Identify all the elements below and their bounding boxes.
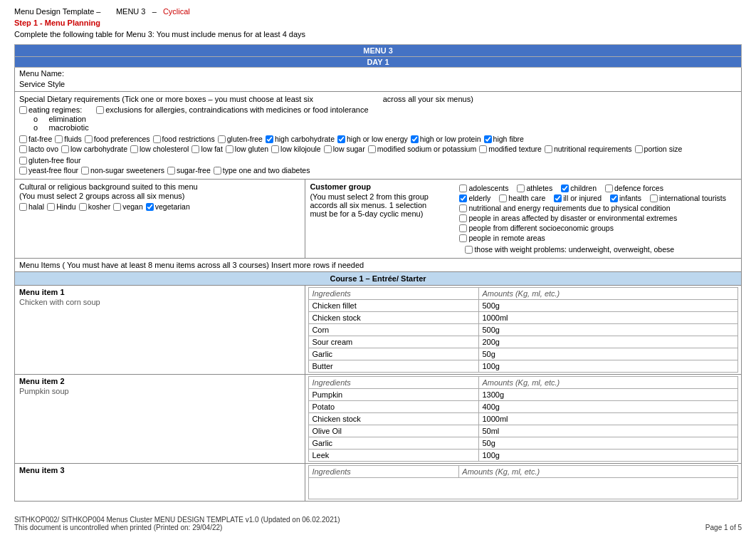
header-line: Menu Design Template – MENU 3 – Cyclical: [14, 7, 742, 16]
cb-low-carbohydrate[interactable]: low carbohydrate: [61, 145, 127, 153]
cb-socioeconomic[interactable]: people from different socioeconomic grou…: [459, 224, 614, 232]
customer-checkboxes-cell: adolescents athletes children: [459, 182, 737, 255]
list-item: Potato400g: [309, 401, 738, 413]
cb-yeast-free[interactable]: yeast-free flour: [19, 166, 78, 175]
cb-fluids[interactable]: fluids: [55, 135, 82, 143]
cb-remote[interactable]: people in remote areas: [459, 234, 545, 242]
cb-ill-injured[interactable]: ill or injured: [554, 194, 602, 202]
list-item: Pumpkin1300g: [309, 389, 738, 401]
dietary-title: Special Dietary requirements (Tick one o…: [19, 95, 737, 103]
menu-item3-label: Menu item 3: [19, 466, 300, 474]
cb-elderly[interactable]: elderly: [459, 194, 490, 202]
cb-hindu[interactable]: Hindu: [47, 202, 75, 211]
menu-item1-name: Chicken with corn soup: [19, 298, 300, 306]
cb-low-sugar[interactable]: low sugar: [324, 145, 365, 153]
cb-high-fibre[interactable]: high fibre: [484, 135, 524, 143]
cb-modified-sodium[interactable]: modified sodium or potassium: [368, 145, 476, 153]
service-style-label: Service Style: [19, 80, 65, 88]
cb-food-preferences[interactable]: food preferences: [85, 135, 150, 143]
list-item: Sour cream200g: [309, 336, 738, 348]
header-type: Cyclical: [163, 7, 190, 16]
menu-item3-ingredients-cell: Ingredients Amounts (Kg, ml, etc.): [305, 464, 742, 502]
customer-row5: people from different socioeconomic grou…: [459, 224, 737, 232]
item3-ingredients-table: Ingredients Amounts (Kg, ml, etc.): [308, 465, 738, 499]
menu-item1-ingredients-cell: Ingredients Amounts (Kg, ml, etc.) Chick…: [305, 286, 742, 375]
macrobiotic-row: o macrobiotic: [33, 123, 737, 132]
menu-item2-name: Pumpkin soup: [19, 387, 300, 395]
list-item: Chicken stock1000ml: [309, 413, 738, 425]
customer-title: Customer group: [310, 182, 455, 191]
list-item: Garlic50g: [309, 437, 738, 450]
dietary-checkboxes-row2: lacto ovo low carbohydrate low cholester…: [19, 145, 737, 165]
cb-vegan[interactable]: vegan: [113, 202, 143, 211]
item3-ing-header: Ingredients: [309, 466, 459, 478]
cb-halal[interactable]: halal: [19, 202, 44, 211]
course-header: Course 1 – Entrée/ Starter: [330, 274, 426, 283]
menu-item1-label-cell: Menu item 1 Chicken with corn soup: [15, 286, 305, 375]
day-header-cell: DAY 1: [15, 57, 742, 68]
dietary-checkboxes-row1: fat-free fluids food preferences food re…: [19, 135, 737, 143]
cb-high-low-energy[interactable]: high or low energy: [337, 135, 408, 143]
cb-fat-free[interactable]: fat-free: [19, 135, 52, 143]
customer-subtitle2: must be for a 5-day cyclic menu): [310, 209, 455, 218]
cb-high-carbohydrate[interactable]: high carbohydrate: [266, 135, 335, 143]
customer-group-labels: Customer group (You must select 2 from t…: [310, 182, 459, 255]
customer-group-section: Customer group (You must select 2 from t…: [305, 180, 742, 259]
item2-amt-header: Amounts (Kg, ml, etc.): [479, 377, 738, 389]
item1-ing-header: Ingredients: [309, 288, 479, 300]
exclusions-checkbox[interactable]: exclusions for allergies, contraindicati…: [96, 105, 368, 114]
cb-children[interactable]: children: [561, 184, 597, 192]
cb-weight-problems[interactable]: those with weight problems: underweight,…: [465, 245, 674, 254]
item3-amt-header: Amounts (Kg, ml, etc.): [459, 466, 738, 478]
cb-low-gluten[interactable]: low gluten: [226, 145, 268, 153]
menu-name-label: Menu Name:: [19, 69, 64, 78]
menu-title: MENU 3: [363, 46, 393, 55]
service-style-row: Service Style: [15, 79, 742, 92]
cb-sugar-free[interactable]: sugar-free: [167, 166, 211, 175]
cb-nutritional-physical[interactable]: nutritional and energy requirements due …: [459, 204, 670, 212]
cb-international-tourists[interactable]: international tourists: [650, 194, 726, 202]
cb-non-sugar[interactable]: non-sugar sweeteners: [81, 166, 164, 175]
cb-gluten-free-flour[interactable]: gluten-free flour: [19, 156, 81, 165]
menu-item3-label-cell: Menu item 3: [15, 464, 305, 502]
cb-modified-texture[interactable]: modified texture: [479, 145, 542, 153]
customer-row3: nutritional and energy requirements due …: [459, 204, 737, 212]
menu-item1-label: Menu item 1: [19, 288, 300, 296]
cb-vegetarian[interactable]: vegetarian: [146, 202, 190, 211]
eating-regimes-checkbox[interactable]: eating regimes:: [19, 105, 82, 114]
cb-defence-forces[interactable]: defence forces: [605, 184, 663, 192]
cb-adolescents[interactable]: adolescents: [459, 184, 508, 192]
list-item: Corn500g: [309, 324, 738, 336]
customer-row4: people in areas affected by disaster or …: [459, 214, 737, 222]
cb-low-fat[interactable]: low fat: [191, 145, 222, 153]
cb-infants[interactable]: infants: [610, 194, 641, 202]
footer-line2: This document is uncontrolled when print…: [14, 524, 340, 531]
eating-regimes-cb[interactable]: [19, 106, 27, 114]
menu-title-cell: MENU 3: [15, 45, 742, 57]
cb-food-restrictions[interactable]: food restrictions: [153, 135, 215, 143]
cb-type-diabetes[interactable]: type one and two diabetes: [214, 166, 310, 175]
customer-row2: elderly health care ill or injured: [459, 194, 737, 202]
cb-kosher[interactable]: kosher: [79, 202, 111, 211]
cb-low-cholesterol[interactable]: low cholesterol: [130, 145, 189, 153]
cb-health-care[interactable]: health care: [499, 194, 545, 202]
elimination-row: o elimination: [33, 115, 737, 123]
footer-right: Page 1 of 5: [705, 524, 742, 531]
footer-left: SITHKOP002/ SITHKOP004 Menus Cluster MEN…: [14, 516, 340, 531]
list-item: Butter100g: [309, 360, 738, 373]
cultural-subtitle: (You must select 2 groups across all six…: [19, 192, 300, 200]
cb-high-low-protein[interactable]: high or low protein: [411, 135, 481, 143]
cb-gluten-free[interactable]: gluten-free: [218, 135, 263, 143]
menu-items-header-row: Menu Items ( You must have at least 8 me…: [15, 259, 742, 272]
customer-group-table: Customer group (You must select 2 from t…: [310, 182, 737, 255]
exclusions-cb[interactable]: [96, 106, 104, 114]
cb-low-kilojoule[interactable]: low kilojoule: [271, 145, 321, 153]
cb-athletes[interactable]: athletes: [517, 184, 552, 192]
cb-lacto-ovo[interactable]: lacto ovo: [19, 145, 58, 153]
customer-row1: adolescents athletes children: [459, 184, 737, 192]
cultural-section: Cultural or religious background suited …: [15, 180, 305, 259]
cb-nutritional[interactable]: nutritional requirements: [545, 145, 632, 153]
cb-disaster[interactable]: people in areas affected by disaster or …: [459, 214, 677, 222]
cb-portion-size[interactable]: portion size: [635, 145, 683, 153]
item1-amt-header: Amounts (Kg, ml, etc.): [479, 288, 738, 300]
